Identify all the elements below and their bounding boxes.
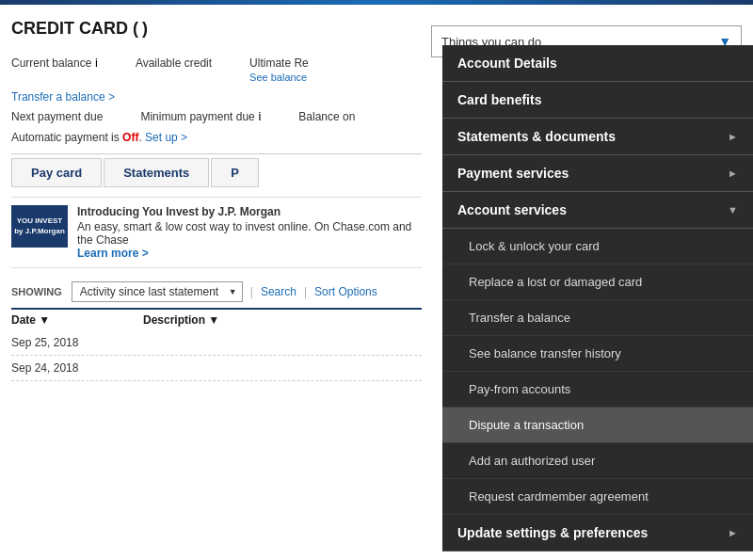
menu-item-account-details[interactable]: Account Details bbox=[442, 45, 753, 82]
menu-item-card-benefits[interactable]: Card benefits bbox=[442, 82, 753, 119]
menu-item-request-agreement[interactable]: Request cardmember agreement bbox=[442, 479, 753, 515]
promo-title: Introducing You Invest by J.P. Morgan bbox=[77, 205, 422, 218]
arrow-right-icon: ► bbox=[728, 168, 738, 179]
menu-item-update-settings[interactable]: Update settings & preferences ► bbox=[442, 515, 753, 552]
balance-on-label: Balance on bbox=[298, 110, 355, 123]
balance-on-section: Balance on bbox=[298, 109, 355, 123]
menu-item-payment-services[interactable]: Payment services ► bbox=[442, 155, 753, 192]
table-row: Sep 25, 2018 bbox=[11, 330, 422, 356]
autopay-status: Off bbox=[122, 131, 138, 144]
min-payment-info-icon[interactable]: i bbox=[258, 109, 261, 123]
col-desc-header[interactable]: Description ▼ bbox=[143, 313, 422, 327]
menu-item-lock-unlock-label: Lock & unlock your card bbox=[469, 239, 600, 253]
promo-banner: YOU INVEST by J.P.Morgan Introducing You… bbox=[11, 197, 422, 268]
payment-row: Next payment due Minimum payment due i B… bbox=[11, 109, 422, 123]
row-1-date: Sep 25, 2018 bbox=[11, 336, 78, 349]
balance-row: Current balance i Available credit Ultim… bbox=[11, 56, 422, 84]
arrow-right-icon: ► bbox=[728, 527, 738, 538]
ultimate-rewards-label: Ultimate Re bbox=[249, 56, 309, 70]
min-payment-label: Minimum payment due bbox=[140, 110, 254, 123]
menu-item-balance-history-label: See balance transfer history bbox=[469, 346, 621, 360]
menu-item-replace-card[interactable]: Replace a lost or damaged card bbox=[442, 264, 753, 300]
row-2-date: Sep 24, 2018 bbox=[11, 361, 78, 375]
divider-1 bbox=[11, 153, 422, 154]
current-balance-info-icon[interactable]: i bbox=[95, 56, 98, 70]
col-date-header[interactable]: Date ▼ bbox=[11, 313, 87, 327]
min-payment-section: Minimum payment due i bbox=[140, 109, 261, 123]
activity-filter-row: SHOWING Activity since last statement | … bbox=[11, 276, 422, 308]
statements-button[interactable]: Statements bbox=[104, 158, 209, 187]
promo-text-section: Introducing You Invest by J.P. Morgan An… bbox=[77, 205, 422, 260]
menu-item-card-benefits-label: Card benefits bbox=[457, 92, 541, 107]
table-row: Sep 24, 2018 bbox=[11, 356, 422, 381]
table-header: Date ▼ Description ▼ bbox=[11, 308, 422, 330]
transfer-row: Transfer a balance > bbox=[11, 89, 422, 104]
promo-description: An easy, smart & low cost way to invest … bbox=[77, 220, 422, 247]
page-title-suffix: ) bbox=[142, 19, 148, 39]
activity-select[interactable]: Activity since last statement bbox=[72, 281, 243, 302]
menu-item-add-authorized-user[interactable]: Add an authorized user bbox=[442, 443, 753, 479]
menu-item-account-services-label: Account services bbox=[457, 202, 567, 217]
menu-item-update-settings-label: Update settings & preferences bbox=[457, 525, 648, 540]
page-header: CREDIT CARD ( ) Things you can do ▼ bbox=[0, 5, 753, 48]
menu-item-dispute-transaction[interactable]: Dispute a transaction bbox=[442, 408, 753, 443]
menu-item-balance-history[interactable]: See balance transfer history bbox=[442, 336, 753, 372]
menu-item-lock-unlock[interactable]: Lock & unlock your card bbox=[442, 229, 753, 264]
autopay-text-before: Automatic payment is bbox=[11, 131, 122, 144]
menu-item-statements-docs-label: Statements & documents bbox=[457, 129, 616, 144]
current-balance-label: Current balance bbox=[11, 56, 91, 70]
menu-item-account-services[interactable]: Account services ▼ bbox=[442, 192, 753, 229]
menu-item-account-details-label: Account Details bbox=[457, 56, 557, 71]
menu-item-request-agreement-label: Request cardmember agreement bbox=[469, 489, 649, 504]
menu-item-transfer-balance-label: Transfer a balance bbox=[469, 311, 570, 325]
dropdown-menu: Account Details Card benefits Statements… bbox=[442, 45, 753, 552]
promo-learn-more-link[interactable]: Learn more > bbox=[77, 247, 149, 260]
arrow-down-icon: ▼ bbox=[728, 204, 738, 216]
next-payment-section: Next payment due bbox=[11, 109, 103, 123]
available-credit-section: Available credit bbox=[136, 56, 212, 84]
menu-item-transfer-balance[interactable]: Transfer a balance bbox=[442, 300, 753, 336]
transfer-balance-link[interactable]: Transfer a balance > bbox=[11, 90, 115, 104]
page-title: CREDIT CARD ( bbox=[11, 19, 138, 39]
main-content: Current balance i Available credit Ultim… bbox=[0, 48, 433, 389]
current-balance-section: Current balance i bbox=[11, 56, 98, 84]
menu-item-add-authorized-user-label: Add an authorized user bbox=[469, 454, 595, 468]
menu-item-pay-from-accounts[interactable]: Pay-from accounts bbox=[442, 372, 753, 408]
extra-button[interactable]: P bbox=[211, 158, 259, 187]
autopay-setup-link[interactable]: Set up > bbox=[145, 131, 187, 144]
promo-logo: YOU INVEST by J.P.Morgan bbox=[11, 205, 68, 248]
see-balance-link[interactable]: See balance bbox=[249, 72, 307, 83]
ultimate-rewards-section: Ultimate Re See balance bbox=[249, 56, 309, 84]
menu-item-statements-docs[interactable]: Statements & documents ► bbox=[442, 119, 753, 155]
action-buttons-row: Pay card Statements P bbox=[11, 158, 422, 187]
next-payment-label: Next payment due bbox=[11, 110, 103, 123]
menu-item-pay-from-accounts-label: Pay-from accounts bbox=[469, 382, 570, 396]
menu-item-payment-services-label: Payment services bbox=[457, 166, 569, 181]
pay-card-button[interactable]: Pay card bbox=[11, 158, 102, 187]
autopay-row: Automatic payment is Off. Set up > bbox=[11, 131, 422, 144]
showing-label: SHOWING bbox=[11, 286, 62, 297]
menu-item-dispute-transaction-label: Dispute a transaction bbox=[469, 418, 584, 432]
arrow-right-icon: ► bbox=[728, 131, 738, 142]
activity-select-wrapper: Activity since last statement bbox=[72, 281, 243, 302]
search-link[interactable]: Search bbox=[261, 285, 296, 298]
available-credit-label: Available credit bbox=[136, 56, 212, 70]
menu-item-replace-card-label: Replace a lost or damaged card bbox=[469, 275, 642, 289]
promo-logo-text: YOU INVEST by J.P.Morgan bbox=[14, 216, 65, 236]
sort-options-link[interactable]: Sort Options bbox=[314, 285, 377, 298]
